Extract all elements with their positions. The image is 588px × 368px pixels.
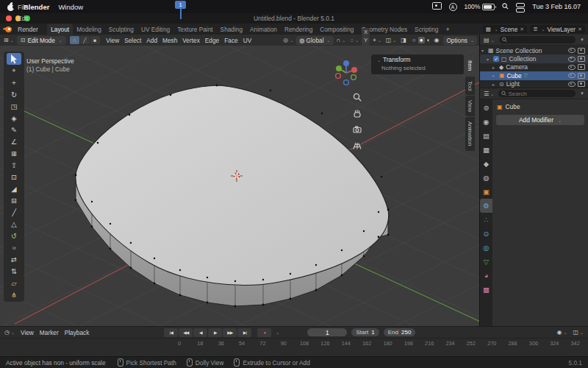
battery-indicator[interactable]: 100% [465, 3, 495, 10]
frame-start-field[interactable]: Start 1 [351, 328, 379, 336]
viewport-menu-UV[interactable]: UV [240, 37, 254, 44]
control-center-icon[interactable] [516, 1, 525, 13]
props-tab-scene[interactable]: ◆ [480, 157, 492, 171]
next-keyframe-button[interactable]: ▶▶ [223, 328, 237, 337]
workspace-tab-uv-editing[interactable]: UV Editing [137, 24, 173, 35]
apple-menu-icon[interactable] [7, 3, 15, 11]
timeline-overlay-dropdown[interactable]: ◫⌄ [571, 329, 585, 336]
jump-to-end-button[interactable]: ▶| [237, 328, 251, 337]
outliner-search-input[interactable] [509, 37, 573, 43]
disable-in-render-toggle[interactable] [578, 48, 585, 54]
wireframe-shading-button[interactable]: ○ [411, 37, 417, 43]
outliner-search-field[interactable] [499, 36, 576, 43]
hide-in-viewport-toggle[interactable] [568, 73, 576, 78]
face-select-mode-button[interactable]: ■ [90, 36, 100, 44]
props-tab-constraints[interactable]: ◎ [480, 241, 492, 255]
tool-shrink-fatten[interactable]: ⇅ [7, 265, 21, 277]
disable-in-render-toggle[interactable] [578, 64, 585, 70]
properties-search-field[interactable] [498, 90, 576, 97]
show-overlays-button[interactable]: ◫⌄ [384, 37, 398, 43]
pan-hand-icon[interactable] [351, 107, 362, 118]
props-tab-particles[interactable]: ∴ [480, 213, 492, 227]
outliner-row-light[interactable]: ▸ ⊙ Light [480, 80, 588, 88]
props-tab-physics[interactable]: ⊙ [480, 227, 492, 241]
vertex-select-mode-button[interactable]: ∴ [70, 36, 79, 44]
add-modifier-button[interactable]: Add Modifier ⌄ [496, 115, 584, 125]
npanel-tab-View[interactable]: View [465, 96, 475, 116]
disclosure-triangle-icon[interactable]: ▸ [492, 82, 497, 87]
close-window-button[interactable] [6, 15, 12, 21]
show-gizmo-button[interactable]: ⌖⌄ [371, 37, 383, 44]
disclosure-triangle-icon[interactable]: ▸ [492, 65, 497, 70]
props-tab-material[interactable]: ◕ [480, 269, 492, 283]
props-tab-object-data[interactable]: ▽ [480, 255, 492, 269]
tool-move[interactable]: ＋ [7, 77, 21, 88]
outliner-editor-type-button[interactable]: ▤⌄ [482, 37, 496, 43]
timeline-menu-Marker[interactable]: Marker [37, 329, 62, 336]
tool-cursor[interactable]: ⌖ [7, 65, 21, 77]
spotlight-search-icon[interactable] [502, 3, 509, 11]
props-tab-texture[interactable]: ▩ [480, 283, 492, 297]
props-tab-object[interactable]: ▣ [480, 185, 492, 199]
proportional-editing-button[interactable]: ◌⌄ [348, 37, 360, 43]
viewlayer-selector[interactable]: ≣⌄ ViewLayer ✕ [530, 25, 585, 33]
timeline-ruler[interactable]: 0183654729010812614416218019821623425227… [0, 338, 588, 357]
props-tab-output[interactable]: ▤ [480, 129, 492, 143]
menubar-item-window[interactable]: Window [58, 3, 83, 11]
snap-magnet-button[interactable]: ∩⌄ [335, 37, 348, 43]
hide-in-viewport-toggle[interactable] [568, 82, 576, 87]
auto-keying-button[interactable]: ● [257, 328, 271, 337]
tool-transform[interactable]: ◈ [7, 112, 21, 124]
tool-bevel[interactable]: ◢ [7, 183, 21, 194]
mirror-X-button[interactable]: X [362, 28, 370, 36]
tool-smooth[interactable]: ≈ [7, 241, 21, 253]
workspace-tab-shading[interactable]: Shading [217, 24, 246, 35]
menubar-clock[interactable]: Tue 3 Feb 16.07 [532, 3, 581, 10]
topbar-menu-File[interactable]: File [15, 1, 43, 13]
camera-view-icon[interactable] [351, 124, 362, 135]
mirror-Y-button[interactable]: Y [362, 36, 370, 44]
transform-orientation-dropdown[interactable]: ◍ Global ⌄ [296, 36, 333, 45]
rendered-shading-button[interactable]: ◉ [432, 37, 440, 43]
keying-set-dropdown[interactable]: ⌄ [273, 330, 281, 335]
tool-tweak[interactable] [7, 53, 21, 65]
input-source-icon[interactable]: A [449, 3, 457, 11]
npanel-tab-Animation[interactable]: Animation [465, 117, 475, 150]
navigation-gizmo[interactable] [329, 56, 363, 90]
timeline-menu-Playback[interactable]: Playback [62, 329, 93, 336]
filter-icon[interactable]: ▼ [578, 38, 586, 42]
workspace-tab-layout[interactable]: Layout [47, 24, 73, 35]
disable-in-render-toggle[interactable] [578, 73, 585, 79]
zoom-icon[interactable] [351, 91, 362, 102]
prev-keyframe-button[interactable]: ◀◀ [179, 328, 193, 337]
props-tab-render[interactable]: ◉ [480, 115, 492, 129]
disable-in-render-toggle[interactable] [578, 81, 585, 87]
play-button[interactable]: ▶ [208, 328, 222, 337]
npanel-tab-Tool[interactable]: Tool [465, 77, 475, 96]
filter-icon[interactable]: ▼ [578, 91, 586, 96]
disclosure-triangle-icon[interactable]: ▾ [487, 57, 491, 62]
tool-measure[interactable]: ∠ [7, 135, 21, 147]
tool-shear[interactable]: ▱ [7, 277, 21, 289]
timeline-menu-View[interactable]: View [18, 329, 37, 336]
playback-sync-dropdown[interactable]: ◉⌄ [555, 329, 568, 336]
editor-type-button[interactable]: ⊞⌄ [2, 37, 15, 43]
viewport-menu-Add[interactable]: Add [144, 37, 160, 44]
tool-add-cube[interactable]: ⊞ [7, 147, 21, 159]
tool-loop-cut[interactable]: ⊟ [7, 194, 21, 206]
timeline-playhead[interactable]: 1 [175, 1, 186, 9]
tool-poly-build[interactable]: △ [7, 218, 21, 230]
viewport-menu-Face[interactable]: Face [222, 37, 240, 44]
props-tab-world[interactable]: ◍ [480, 171, 492, 185]
collection-checkbox[interactable]: ✓ [493, 56, 499, 62]
viewport-menu-View[interactable]: View [104, 37, 122, 44]
hide-in-viewport-toggle[interactable] [568, 57, 576, 62]
viewport-menu-Vertex[interactable]: Vertex [180, 37, 203, 44]
blender-logo-icon[interactable] [3, 25, 12, 33]
material-preview-shading-button[interactable]: ◐ [426, 37, 432, 43]
mode-dropdown[interactable]: ⊡ Edit Mode ⌄ [17, 36, 66, 45]
perspective-toggle-icon[interactable] [351, 140, 362, 151]
jump-to-start-button[interactable]: |◀ [164, 328, 178, 337]
tool-extrude-region[interactable]: ⇧ [7, 159, 21, 171]
disclosure-triangle-icon[interactable]: ▸ [492, 73, 497, 78]
